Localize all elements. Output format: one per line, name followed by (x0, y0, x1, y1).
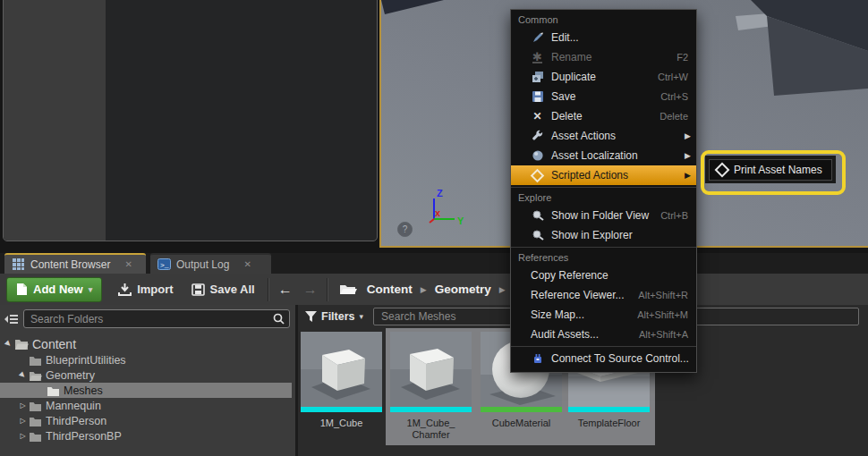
folder-icon (14, 338, 29, 350)
menu-item-print-asset-names[interactable]: Print Asset Names (709, 159, 832, 181)
menu-item-save[interactable]: Save Ctrl+S (511, 87, 696, 106)
search-icon (273, 313, 285, 325)
asset-thumbnail-cube (301, 332, 382, 407)
console-icon: >_ (157, 258, 171, 271)
tree-item-content[interactable]: ▶ Content (0, 335, 295, 352)
tree-item-label: BlueprintUtilities (46, 354, 126, 367)
filters-button[interactable]: Filters (321, 310, 355, 323)
menu-item-scripted-actions[interactable]: Scripted Actions ▶ (511, 165, 696, 185)
import-icon (118, 283, 132, 296)
menu-item-copy-reference[interactable]: Copy Reference (511, 266, 696, 285)
import-button[interactable]: Import (109, 276, 182, 303)
save-floppy-icon (531, 90, 544, 104)
tab-output-log[interactable]: >_ Output Log ✕ (150, 253, 271, 274)
menu-item-show-in-explorer[interactable]: Show in Explorer (511, 225, 696, 245)
tree-item-label: Mannequin (46, 400, 101, 412)
rename-icon: ✱ (531, 51, 544, 64)
tree-item-label: Geometry (46, 369, 95, 382)
dock-tab-bar: Content Browser ✕ >_ Output Log ✕ (0, 253, 868, 274)
menu-item-asset-actions[interactable]: Asset Actions ▶ (511, 126, 696, 146)
scripted-actions-submenu: Print Asset Names (705, 156, 836, 183)
chevron-down-icon[interactable]: ▾ (360, 312, 364, 321)
close-icon[interactable]: ✕ (124, 259, 132, 269)
asset-context-menu: Common Edit... ✱ Rename F2 Duplicate Ctr… (510, 9, 697, 373)
close-icon[interactable]: ✕ (243, 259, 251, 269)
menu-item-size-map[interactable]: Size Map... Alt+Shift+M (511, 305, 696, 325)
unreal-editor-screen: Z Y x ? Content Browser ✕ >_ Output Log … (0, 0, 868, 456)
diamond-icon (715, 162, 730, 177)
asset-label: 1M_Cube (301, 418, 382, 429)
search-folders-input[interactable] (29, 312, 273, 326)
expander-icon[interactable]: ▶ (2, 337, 14, 350)
sources-toggle-icon[interactable] (4, 313, 19, 325)
asset-label: 1M_Cube_ Chamfer (390, 418, 472, 441)
sources-panel: ▶ Content BlueprintUtilities ▶ Geometry (0, 305, 295, 456)
submenu-item-label: Print Asset Names (734, 164, 822, 176)
menu-item-delete[interactable]: ✕ Delete Delete (511, 106, 696, 126)
globe-icon (531, 149, 544, 163)
open-folder-icon (339, 283, 359, 296)
menu-item-show-in-folder-view[interactable]: Show in Folder View Ctrl+B (511, 206, 696, 225)
background-window-side-strip (4, 0, 106, 241)
menu-item-duplicate[interactable]: Duplicate Ctrl+W (511, 67, 696, 87)
tree-item-label: Meshes (64, 384, 103, 397)
menu-item-reference-viewer[interactable]: Reference Viewer... Alt+Shift+R (511, 285, 696, 305)
menu-item-edit[interactable]: Edit... (511, 28, 696, 47)
asset-tile-1m-cube-chamfer[interactable]: 1M_Cube_ Chamfer (390, 332, 472, 441)
menu-item-audit-assets[interactable]: Audit Assets... Alt+Shift+A (511, 325, 696, 344)
import-label: Import (137, 283, 173, 296)
breadcrumb-item-content[interactable]: Content (367, 283, 413, 296)
save-all-label: Save All (210, 283, 255, 296)
tree-item-meshes[interactable]: Meshes (0, 383, 292, 398)
history-back-button[interactable]: ← (273, 282, 298, 298)
save-icon (191, 283, 205, 296)
tab-label: Content Browser (30, 258, 110, 271)
add-new-button[interactable]: Add New ▾ (6, 277, 102, 302)
folder-icon (29, 370, 42, 381)
expander-icon[interactable]: ▷ (18, 401, 28, 410)
submenu-arrow-icon: ▶ (685, 171, 696, 180)
tree-item-thirdpersonbp[interactable]: ▷ ThirdPersonBP (0, 428, 295, 443)
expander-icon[interactable]: ▷ (18, 417, 28, 425)
menu-item-rename[interactable]: ✱ Rename F2 (511, 47, 696, 67)
breadcrumb-item-geometry[interactable]: Geometry (435, 283, 491, 296)
menu-item-connect-source-control[interactable]: Connect To Source Control... (511, 349, 696, 368)
tree-item-geometry[interactable]: ▶ Geometry (0, 367, 295, 383)
edit-pencil-icon (531, 31, 544, 45)
tree-item-label: ThirdPersonBP (46, 430, 122, 443)
folder-icon (47, 385, 60, 396)
save-all-button[interactable]: Save All (183, 276, 264, 303)
expander-icon[interactable]: ▶ (16, 368, 29, 381)
asset-tile-1m-cube[interactable]: 1M_Cube (301, 332, 382, 429)
tab-content-browser[interactable]: Content Browser ✕ (4, 253, 146, 274)
breadcrumb-separator-icon: ▶ (421, 285, 427, 294)
viewport-help-icon: ? (397, 222, 413, 237)
new-document-icon (16, 283, 28, 296)
asset-type-stripe (568, 407, 650, 412)
axis-x-label: x (435, 207, 441, 218)
scene-cube-corner (381, 0, 444, 14)
tree-item-thirdperson[interactable]: ▷ ThirdPerson (0, 413, 295, 428)
folder-icon (29, 431, 42, 442)
toolbar-separator (327, 278, 328, 301)
tree-item-mannequin[interactable]: ▷ Mannequin (0, 398, 295, 413)
asset-label: TemplateFloor (568, 418, 650, 429)
tree-item-blueprintutilities[interactable]: BlueprintUtilities (0, 352, 295, 367)
add-new-label: Add New (33, 283, 83, 296)
expander-icon[interactable]: ▷ (18, 432, 28, 440)
duplicate-icon (531, 71, 544, 84)
search-folders-field[interactable] (23, 309, 290, 328)
asset-type-stripe (390, 407, 472, 412)
magnifier-icon (531, 209, 544, 223)
grid-icon (12, 258, 25, 271)
menu-section-header: Common (511, 12, 696, 28)
asset-thumbnail-cube (390, 332, 472, 407)
menu-section-header: Explore (511, 190, 696, 206)
history-forward-button[interactable]: → (298, 282, 323, 298)
tab-label: Output Log (176, 258, 229, 271)
chevron-down-icon: ▾ (89, 285, 93, 294)
asset-label: CubeMaterial (481, 418, 562, 429)
axis-z-label: Z (437, 188, 443, 198)
filter-funnel-icon (305, 311, 317, 322)
menu-item-asset-localization[interactable]: Asset Localization ▶ (511, 146, 696, 165)
